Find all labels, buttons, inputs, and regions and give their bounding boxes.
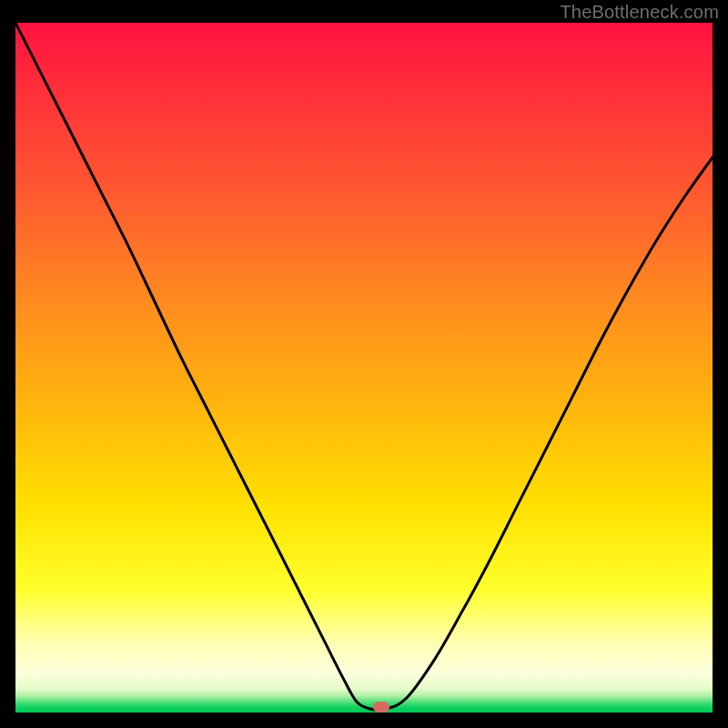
bottleneck-curve — [15, 23, 713, 713]
chart-frame: TheBottleneck.com — [0, 0, 728, 728]
plot-area — [15, 23, 713, 713]
attribution-label: TheBottleneck.com — [560, 2, 719, 23]
optimal-marker — [373, 702, 389, 713]
